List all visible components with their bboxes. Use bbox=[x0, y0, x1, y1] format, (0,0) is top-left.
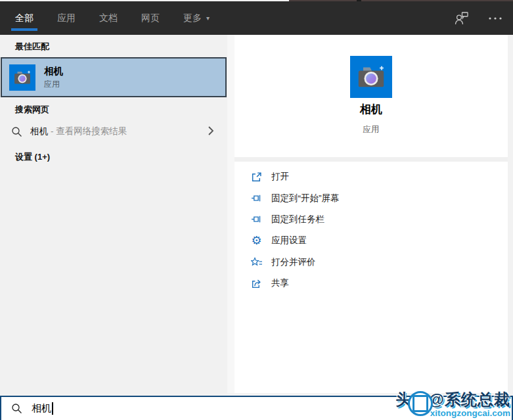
tab-documents[interactable]: 文档 bbox=[95, 1, 122, 35]
action-label: 打开 bbox=[271, 171, 289, 183]
tab-all[interactable]: 全部 bbox=[11, 1, 37, 35]
web-search-result[interactable]: 相机 - 查看网络搜索结果 bbox=[0, 120, 227, 143]
app-actions-list: 打开 固定到“开始”屏幕 bbox=[250, 166, 501, 294]
action-label: 固定到“开始”屏幕 bbox=[271, 193, 340, 204]
search-input[interactable]: 相机 bbox=[0, 396, 513, 420]
search-input-value: 相机 bbox=[32, 402, 51, 415]
result-title: 相机 bbox=[44, 66, 63, 76]
app-subtitle: 应用 bbox=[234, 124, 508, 135]
best-match-result-camera[interactable]: 相机 应用 bbox=[1, 57, 227, 97]
active-tab-underline bbox=[11, 28, 37, 31]
camera-app-icon bbox=[9, 64, 35, 91]
search-icon bbox=[11, 403, 22, 414]
windows-search-flyout: 全部 应用 文档 网页 更多 ▾ bbox=[0, 0, 513, 420]
text-cursor bbox=[52, 402, 53, 415]
preview-panel: 相机 应用 打开 bbox=[234, 35, 508, 393]
action-label: 应用设置 bbox=[271, 235, 307, 246]
share-icon bbox=[250, 277, 263, 290]
action-rate-review[interactable]: 打分并评价 bbox=[250, 252, 501, 273]
action-pin-to-start[interactable]: 固定到“开始”屏幕 bbox=[250, 187, 501, 208]
search-icon bbox=[11, 126, 22, 137]
tab-web[interactable]: 网页 bbox=[137, 1, 164, 35]
tab-apps[interactable]: 应用 bbox=[53, 1, 79, 35]
web-search-header: 搜索网页 bbox=[15, 104, 49, 116]
action-open[interactable]: 打开 bbox=[250, 166, 501, 187]
search-filter-tabs: 全部 应用 文档 网页 更多 ▾ bbox=[11, 1, 229, 35]
settings-header: 设置 (1+) bbox=[15, 151, 50, 163]
pin-icon bbox=[250, 213, 263, 225]
tab-web-label: 网页 bbox=[141, 12, 160, 24]
action-pin-to-taskbar[interactable]: 固定到任务栏 bbox=[250, 209, 501, 230]
pin-icon bbox=[250, 192, 263, 204]
panel-divider bbox=[227, 35, 234, 393]
gear-icon: ⚙ bbox=[250, 235, 263, 247]
open-icon bbox=[250, 171, 263, 183]
ellipsis-icon[interactable] bbox=[487, 10, 504, 27]
web-query-suffix: - 查看网络搜索结果 bbox=[51, 126, 127, 137]
action-label: 固定到任务栏 bbox=[271, 214, 324, 225]
camera-app-icon-large bbox=[350, 56, 392, 98]
tab-documents-label: 文档 bbox=[99, 12, 118, 24]
tab-apps-label: 应用 bbox=[57, 12, 76, 24]
best-match-header: 最佳匹配 bbox=[15, 41, 49, 53]
web-query-text: 相机 bbox=[30, 126, 48, 137]
chevron-right-icon bbox=[208, 126, 214, 136]
tab-more-label: 更多 bbox=[183, 12, 202, 24]
rate-icon bbox=[250, 256, 263, 268]
search-header-bar: 全部 应用 文档 网页 更多 ▾ bbox=[0, 1, 513, 35]
tab-all-label: 全部 bbox=[15, 12, 33, 24]
action-share[interactable]: 共享 bbox=[250, 273, 501, 294]
chevron-down-icon: ▾ bbox=[206, 14, 210, 22]
search-results-panel: 最佳匹配 相机 应用 搜索网页 相机 - 查看网络搜索结果 设置 (1+) bbox=[0, 35, 227, 396]
tab-more[interactable]: 更多 ▾ bbox=[179, 1, 213, 35]
action-app-settings[interactable]: ⚙ 应用设置 bbox=[250, 230, 501, 251]
feedback-icon[interactable] bbox=[453, 10, 470, 27]
app-title: 相机 bbox=[234, 102, 508, 117]
action-label: 共享 bbox=[271, 277, 289, 289]
section-divider bbox=[234, 157, 508, 162]
result-subtitle: 应用 bbox=[44, 80, 63, 88]
action-label: 打分并评价 bbox=[271, 256, 316, 268]
